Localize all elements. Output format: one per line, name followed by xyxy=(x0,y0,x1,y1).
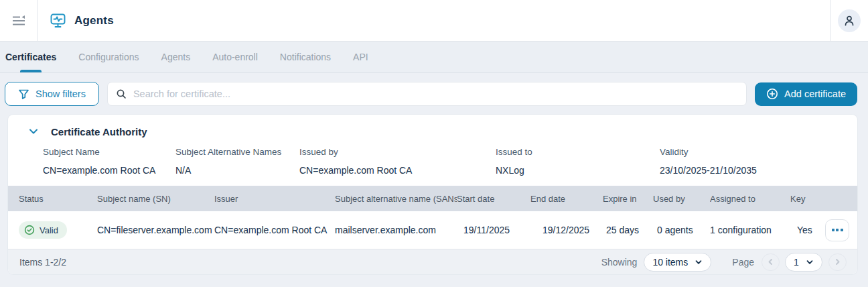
ca-field-validity: Validity 23/10/2025-21/10/2035 xyxy=(660,147,857,176)
column-header-subject-name: Subject name (SN) xyxy=(97,194,214,204)
page-title: Agents xyxy=(74,14,114,27)
key-cell: Yes xyxy=(790,225,825,235)
showing-label: Showing xyxy=(601,257,638,268)
column-header-sans: Subject alternative name (SANs) xyxy=(335,194,457,204)
field-label: Issued to xyxy=(496,147,660,157)
table-header: Status Subject name (SN) Issuer Subject … xyxy=(8,186,857,211)
table-row[interactable]: Valid CN=fileserver.example.com CN=examp… xyxy=(8,211,857,249)
status-badge: Valid xyxy=(19,221,67,239)
plus-circle-icon xyxy=(766,88,778,100)
column-header-end-date: End date xyxy=(530,194,603,204)
tab-configurations[interactable]: Configurations xyxy=(78,42,139,72)
tab-certificates[interactable]: Certificates xyxy=(5,42,56,72)
ca-field-issued-by: Issued by CN=example.com Root CA xyxy=(299,147,496,176)
status-label: Valid xyxy=(40,225,58,235)
field-value: NXLog xyxy=(496,165,660,176)
previous-page-button[interactable] xyxy=(762,253,780,271)
field-label: Issued by xyxy=(299,147,496,157)
current-page-value: 1 xyxy=(794,257,799,268)
certificate-authority-section: Certificate Authority Subject Name CN=ex… xyxy=(8,115,857,186)
ca-field-issued-to: Issued to NXLog xyxy=(496,147,660,176)
ca-field-subject-name: Subject Name CN=example.com Root CA xyxy=(43,147,175,176)
tab-notifications[interactable]: Notifications xyxy=(280,42,331,72)
field-label: Subject Name xyxy=(43,147,175,157)
tab-api[interactable]: API xyxy=(353,42,368,72)
column-header-status: Status xyxy=(19,194,97,204)
field-value: CN=example.com Root CA xyxy=(43,165,175,176)
chevron-down-icon xyxy=(806,258,814,266)
certificate-authority-title: Certificate Authority xyxy=(51,126,147,137)
subject-name-cell: CN=fileserver.example.com xyxy=(97,225,214,235)
search-icon xyxy=(116,89,127,99)
column-header-issuer: Issuer xyxy=(214,194,335,204)
tab-auto-enroll[interactable]: Auto-enroll xyxy=(212,42,258,72)
tab-agents[interactable]: Agents xyxy=(161,42,191,72)
certificates-card: Certificate Authority Subject Name CN=ex… xyxy=(8,115,857,274)
chevron-down-icon[interactable] xyxy=(27,125,40,137)
toolbar: Show filters Add certificate xyxy=(0,73,868,114)
ellipsis-icon xyxy=(832,229,835,231)
brand: Agents xyxy=(38,0,830,41)
tab-bar: Certificates Configurations Agents Auto-… xyxy=(0,42,868,73)
assigned-to-cell: 1 configuration xyxy=(710,225,790,235)
show-filters-label: Show filters xyxy=(35,89,86,99)
page-label: Page xyxy=(732,257,754,268)
field-value: CN=example.com Root CA xyxy=(299,165,496,176)
ca-field-subject-alternative-names: Subject Alternative Names N/A xyxy=(175,147,299,176)
actions-cell xyxy=(825,219,857,241)
status-cell: Valid xyxy=(19,221,97,239)
next-page-button[interactable] xyxy=(828,253,847,271)
column-header-start-date: Start date xyxy=(457,194,530,204)
app-header: Agents xyxy=(0,0,868,42)
search-box xyxy=(107,82,747,106)
column-header-assigned-to: Assigned to xyxy=(710,194,790,204)
expire-in-cell: 25 days xyxy=(603,225,653,235)
items-count: Items 1-2/2 xyxy=(19,257,66,268)
issuer-cell: CN=example.com Root CA xyxy=(214,225,335,235)
chevron-down-icon xyxy=(695,258,703,266)
page-size-select[interactable]: 10 items xyxy=(644,253,711,272)
end-date-cell: 19/12/2025 xyxy=(530,225,603,235)
field-label: Validity xyxy=(660,147,857,157)
start-date-cell: 19/11/2025 xyxy=(457,225,530,235)
field-value: N/A xyxy=(175,165,299,176)
row-actions-button[interactable] xyxy=(825,219,849,241)
column-header-expire-in: Expire in xyxy=(603,194,653,204)
check-circle-icon xyxy=(24,225,35,235)
avatar-cell xyxy=(830,0,868,41)
collapse-sidebar-icon xyxy=(11,15,26,27)
collapse-sidebar-button[interactable] xyxy=(0,0,38,41)
used-by-cell: 0 agents xyxy=(653,225,710,235)
search-input[interactable] xyxy=(133,89,738,99)
add-certificate-label: Add certificate xyxy=(784,89,846,99)
user-avatar-button[interactable] xyxy=(838,9,861,32)
agents-monitor-icon xyxy=(49,11,67,30)
field-label: Subject Alternative Names xyxy=(175,147,299,157)
column-header-used-by: Used by xyxy=(653,194,710,204)
sans-cell: mailserver.example.com xyxy=(335,225,457,235)
page-size-value: 10 items xyxy=(652,257,688,268)
filter-funnel-icon xyxy=(18,89,29,100)
column-header-key: Key xyxy=(790,194,825,204)
add-certificate-button[interactable]: Add certificate xyxy=(755,82,857,106)
show-filters-button[interactable]: Show filters xyxy=(5,82,99,106)
field-value: 23/10/2025-21/10/2035 xyxy=(660,165,857,176)
person-icon xyxy=(843,15,855,27)
table-footer: Items 1-2/2 Showing 10 items Page 1 xyxy=(8,249,857,274)
page-number-select[interactable]: 1 xyxy=(785,253,822,272)
